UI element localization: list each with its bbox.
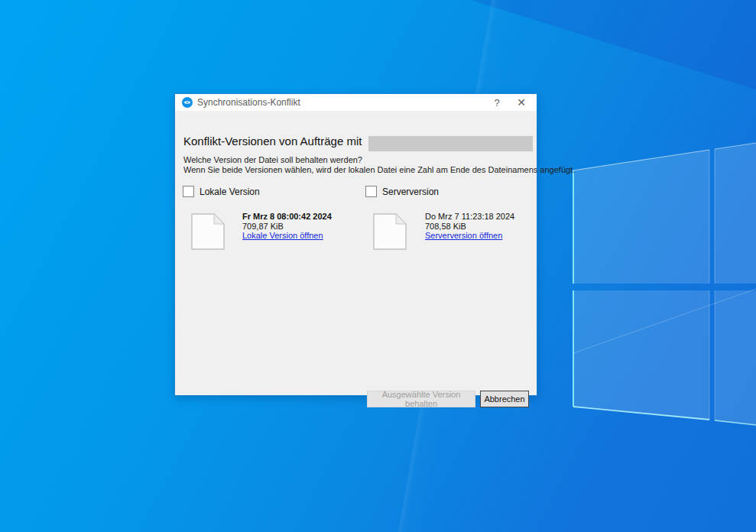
conflict-note: Wenn Sie beide Versionen wählen, wird de… — [183, 165, 575, 175]
server-file-date: Do Mrz 7 11:23:18 2024 — [425, 212, 514, 222]
open-server-version-link[interactable]: Serverversion öffnen — [425, 231, 514, 241]
conflict-description: Welche Version der Datei soll behalten w… — [183, 155, 575, 175]
server-version-checkbox[interactable] — [365, 186, 377, 197]
sync-conflict-dialog: Synchronisations-Konflikt ? ✕ Konflikt-V… — [174, 93, 537, 396]
teamviewer-app-icon — [182, 97, 193, 108]
local-version-label: Lokale Version — [200, 187, 260, 197]
server-file-info: Do Mrz 7 11:23:18 2024 708,58 KiB Server… — [425, 212, 514, 241]
local-version-checkbox[interactable] — [183, 186, 194, 197]
local-file-info: Fr Mrz 8 08:00:42 2024 709,87 KiB Lokale… — [242, 212, 332, 241]
help-button[interactable]: ? — [485, 94, 509, 111]
server-version-option: Serverversion — [365, 186, 439, 197]
server-version-label: Serverversion — [382, 187, 439, 197]
local-version-option: Lokale Version — [183, 186, 260, 197]
conflict-heading: Konflikt-Versionen von Aufträge mit — [183, 135, 362, 148]
local-file-date: Fr Mrz 8 08:00:42 2024 — [242, 212, 332, 222]
server-file-size: 708,58 KiB — [425, 222, 514, 232]
titlebar[interactable]: Synchronisations-Konflikt ? ✕ — [175, 94, 537, 111]
document-name-redacted — [368, 136, 533, 151]
local-file-size: 709,87 KiB — [242, 222, 332, 232]
dialog-content: Konflikt-Versionen von Aufträge mit Welc… — [175, 111, 537, 395]
keep-selected-version-button[interactable]: Ausgewählte Version behalten — [367, 391, 475, 407]
server-file-icon — [373, 213, 407, 250]
close-button[interactable]: ✕ — [509, 94, 534, 111]
cancel-button[interactable]: Abbrechen — [480, 391, 529, 407]
local-file-icon — [191, 213, 225, 250]
open-local-version-link[interactable]: Lokale Version öffnen — [242, 231, 332, 241]
conflict-question: Welche Version der Datei soll behalten w… — [183, 155, 575, 165]
window-title: Synchronisations-Konflikt — [197, 97, 485, 108]
